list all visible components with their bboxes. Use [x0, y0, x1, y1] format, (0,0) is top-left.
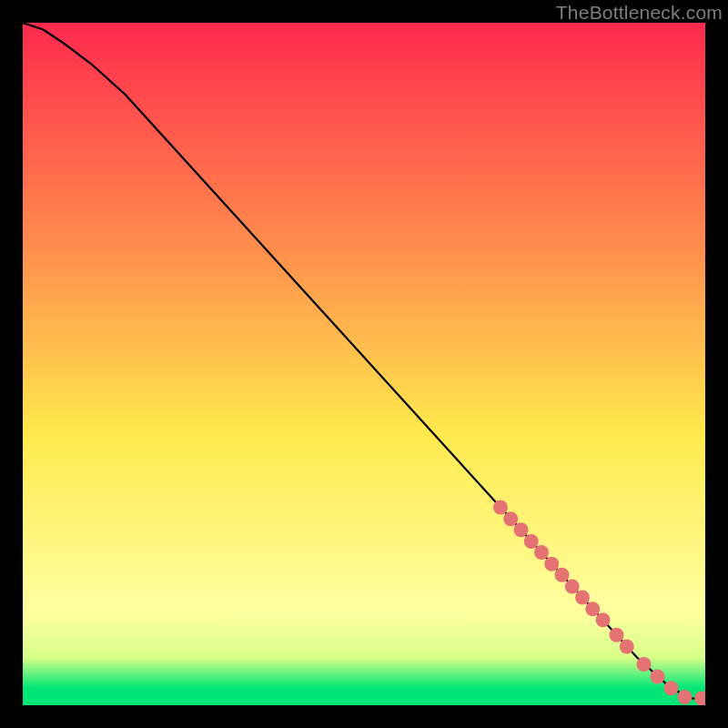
data-marker: [678, 690, 693, 704]
data-marker: [524, 534, 539, 549]
plot-area: [23, 23, 705, 705]
data-marker: [585, 602, 600, 616]
data-marker: [596, 612, 611, 627]
data-marker: [544, 557, 559, 571]
data-marker: [620, 640, 634, 654]
chart-frame: TheBottleneck.com: [0, 0, 728, 728]
data-marker: [514, 522, 529, 537]
data-marker: [503, 511, 518, 526]
data-marker: [610, 628, 624, 642]
data-marker: [651, 670, 665, 684]
data-marker: [565, 580, 580, 594]
data-marker: [637, 657, 652, 672]
data-marker: [664, 681, 679, 695]
data-marker: [575, 591, 590, 605]
plot-marker-layer: [23, 23, 705, 705]
watermark-text: TheBottleneck.com: [556, 2, 723, 24]
data-marker: [534, 545, 549, 560]
data-marker: [555, 568, 570, 582]
data-marker: [493, 500, 508, 515]
